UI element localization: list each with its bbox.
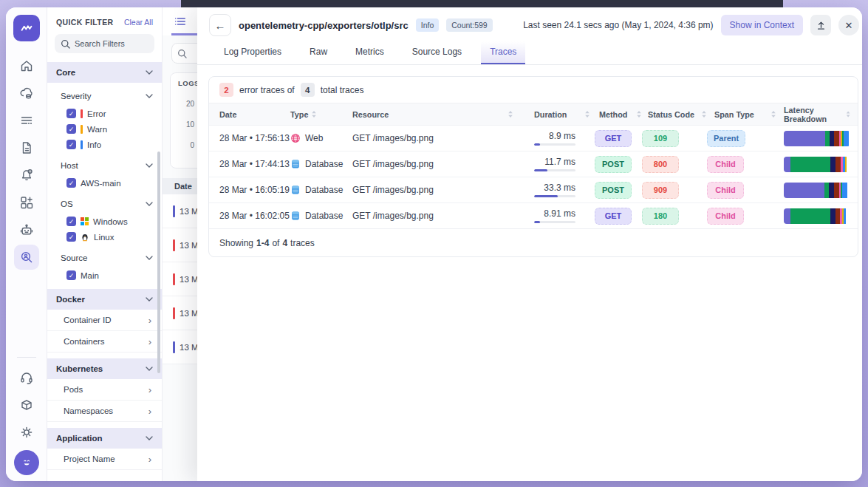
- log-list-item[interactable]: 13 M: [163, 296, 197, 330]
- status-code-badge: 909: [642, 182, 679, 199]
- table-row[interactable]: 28 Mar • 17:56:13 Web GET /images/bg.png…: [209, 125, 858, 151]
- bell-alert-icon: [19, 168, 34, 183]
- latency-segment: [845, 157, 847, 172]
- filter-option-info[interactable]: ✓ Info: [47, 137, 162, 152]
- filter-link-containers[interactable]: Containers›: [47, 331, 162, 353]
- list-view-icon[interactable]: [174, 15, 187, 28]
- status-code-badge: 800: [642, 156, 679, 173]
- filter-group-kubernetes[interactable]: Kubernetes: [47, 358, 162, 379]
- checkbox-checked[interactable]: ✓: [66, 124, 76, 134]
- background-app-strip: [181, 0, 783, 7]
- sort-icon[interactable]: [770, 110, 776, 118]
- filter-sub-host[interactable]: Host: [47, 156, 162, 175]
- table-row[interactable]: 28 Mar • 16:02:05 Database GET /images/b…: [209, 202, 858, 228]
- log-list-item[interactable]: 13 M: [163, 262, 197, 296]
- duration-fill: [534, 169, 547, 171]
- sort-icon[interactable]: [508, 110, 513, 118]
- duration-track: [534, 169, 575, 171]
- filter-option-linux[interactable]: ✓ Linux: [47, 229, 162, 245]
- filter-sub-severity[interactable]: Severity: [47, 86, 162, 106]
- sidebar-item-integrations[interactable]: [14, 392, 39, 418]
- checkbox-checked[interactable]: ✓: [66, 232, 76, 242]
- error-count-chip: 2: [219, 83, 233, 97]
- log-list-item[interactable]: 13 M: [163, 330, 197, 364]
- database-icon: [290, 211, 301, 221]
- latency-segment: [829, 183, 834, 198]
- method-badge: POST: [595, 156, 632, 173]
- sidebar-item-session-explorer[interactable]: [14, 245, 39, 270]
- logs-chart-card: LOGS 20 10 0: [170, 72, 197, 168]
- checkbox-checked[interactable]: ✓: [66, 109, 76, 118]
- user-avatar[interactable]: [14, 450, 39, 475]
- filter-option-warn[interactable]: ✓ Warn: [47, 121, 162, 137]
- filter-search-input[interactable]: [75, 39, 148, 48]
- sidebar-item-ai-bot[interactable]: [14, 217, 39, 242]
- filter-option-error[interactable]: ✓ Error: [47, 106, 162, 121]
- sidebar-item-settings[interactable]: [14, 420, 39, 445]
- log-list-item[interactable]: 13 M: [163, 228, 197, 262]
- checkbox-checked[interactable]: ✓: [66, 270, 76, 280]
- latency-segment: [784, 183, 824, 198]
- home-icon: [19, 58, 34, 73]
- log-list-item[interactable]: 13 M: [163, 194, 197, 228]
- tab-source-logs[interactable]: Source Logs: [403, 41, 471, 64]
- sort-icon[interactable]: [701, 110, 707, 118]
- sort-icon[interactable]: [311, 110, 317, 118]
- filter-sub-os[interactable]: OS: [47, 194, 162, 214]
- trace-duration: 33.3 ms: [524, 183, 595, 197]
- filter-link-pods[interactable]: Pods›: [47, 379, 162, 401]
- filter-link-namespaces[interactable]: Namespaces›: [47, 401, 162, 422]
- table-row[interactable]: 28 Mar • 17:44:13 Database GET /images/b…: [209, 151, 858, 177]
- filter-scrollbar[interactable]: [157, 151, 160, 373]
- tab-metrics[interactable]: Metrics: [346, 41, 393, 64]
- filter-group-docker[interactable]: Docker: [47, 289, 162, 310]
- tab-raw[interactable]: Raw: [301, 41, 336, 64]
- sidebar-item-alerts[interactable]: [14, 163, 39, 188]
- close-button[interactable]: ✕: [838, 15, 859, 35]
- checkbox-checked[interactable]: ✓: [66, 178, 76, 188]
- sidebar-item-support[interactable]: [14, 365, 39, 390]
- gear-icon: [19, 425, 34, 440]
- tab-log-properties[interactable]: Log Properties: [215, 41, 290, 64]
- chevron-down-icon: [146, 163, 153, 168]
- tab-traces[interactable]: Traces: [481, 41, 525, 64]
- export-button[interactable]: [810, 15, 831, 35]
- latency-breakdown-bar: [784, 183, 850, 198]
- filter-sub-source[interactable]: Source: [47, 248, 162, 268]
- filter-option-main[interactable]: ✓ Main: [47, 268, 162, 283]
- sidebar-item-infrastructure[interactable]: [14, 81, 39, 106]
- brand-logo[interactable]: [13, 15, 40, 41]
- chevron-down-icon: [146, 70, 153, 75]
- filter-group-application[interactable]: Application: [47, 428, 162, 449]
- checkbox-checked[interactable]: ✓: [66, 217, 76, 226]
- table-row[interactable]: 28 Mar • 16:05:19 Database GET /images/b…: [209, 177, 858, 202]
- clear-all-link[interactable]: Clear All: [124, 18, 153, 27]
- logs-search-box[interactable]: [171, 43, 197, 64]
- sort-icon[interactable]: [846, 110, 850, 118]
- column-header-method: Method: [595, 110, 642, 119]
- sort-icon[interactable]: [636, 110, 642, 118]
- sidebar-item-home[interactable]: [14, 53, 39, 78]
- sidebar-item-dashboards[interactable]: [14, 190, 39, 215]
- sidebar-item-reports[interactable]: [14, 135, 39, 160]
- chevron-down-icon: [146, 202, 153, 206]
- filter-option-aws-main[interactable]: ✓ AWS-main: [47, 175, 162, 191]
- filter-link-project-name[interactable]: Project Name›: [47, 449, 162, 470]
- filter-option-windows[interactable]: ✓ Windows: [47, 214, 162, 229]
- show-in-context-button[interactable]: Show in Context: [721, 15, 803, 35]
- filter-link-container-id[interactable]: Container ID›: [47, 310, 162, 331]
- latency-breakdown-bar: [784, 157, 850, 172]
- back-button[interactable]: ←: [209, 14, 231, 36]
- upload-icon: [816, 21, 826, 30]
- filter-list: Core Severity ✓ Error ✓ Warn ✓ Info: [47, 62, 162, 481]
- logs-date-column-header: Date: [163, 178, 197, 194]
- active-tab-underline: [171, 33, 197, 35]
- smiley-face-icon: [19, 455, 34, 470]
- filter-search-box[interactable]: [55, 34, 154, 53]
- latency-segment: [830, 157, 835, 172]
- filter-group-core[interactable]: Core: [47, 62, 162, 83]
- checkbox-checked[interactable]: ✓: [66, 140, 76, 149]
- sort-icon[interactable]: [584, 110, 590, 118]
- sidebar-item-logs[interactable]: [14, 108, 39, 133]
- duration-track: [534, 221, 575, 223]
